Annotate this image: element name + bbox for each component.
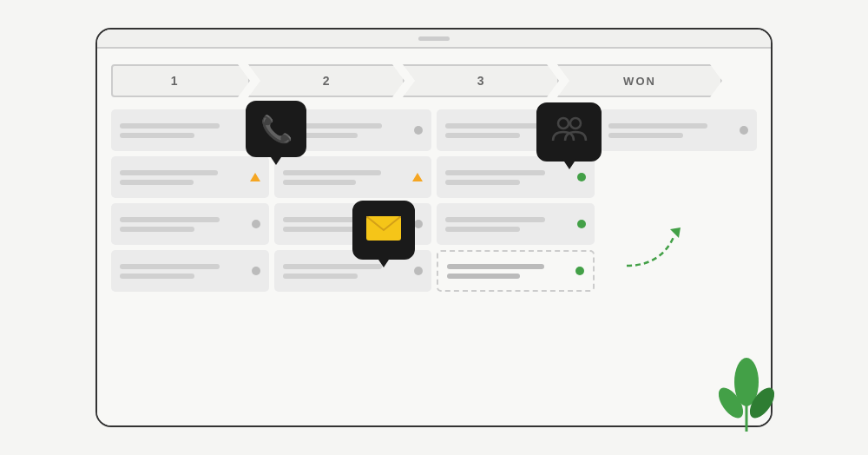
card-line bbox=[445, 170, 545, 175]
pipeline-stages: 1 2 3 WON bbox=[111, 64, 757, 97]
card-line bbox=[120, 274, 194, 279]
laptop-body: 1 2 3 WON bbox=[95, 28, 773, 427]
card-line bbox=[445, 123, 545, 129]
phone-icon: 📞 bbox=[260, 114, 293, 144]
stage-won-label: WON bbox=[623, 75, 656, 88]
people-icon bbox=[551, 115, 588, 150]
kanban-card[interactable] bbox=[111, 250, 269, 292]
status-dot-gray bbox=[740, 126, 748, 135]
stage-2-label: 2 bbox=[323, 74, 330, 88]
card-line bbox=[445, 217, 545, 222]
laptop-screen: 1 2 3 WON bbox=[97, 49, 771, 425]
status-dot-green bbox=[577, 220, 586, 228]
deal-progress-arrow bbox=[618, 222, 687, 274]
status-dot-gray bbox=[414, 220, 423, 228]
card-line bbox=[283, 170, 381, 175]
laptop-base bbox=[95, 425, 773, 427]
phone-activity-bubble: 📞 bbox=[246, 101, 306, 157]
status-dot-green bbox=[577, 173, 586, 181]
card-line bbox=[445, 133, 520, 138]
stage-1[interactable]: 1 bbox=[111, 64, 250, 97]
card-line bbox=[120, 227, 194, 232]
empty-space bbox=[600, 156, 758, 198]
people-activity-bubble bbox=[536, 102, 602, 162]
stage-3-label: 3 bbox=[477, 74, 484, 88]
card-line bbox=[283, 227, 358, 232]
card-content bbox=[608, 123, 733, 138]
kanban-card[interactable] bbox=[111, 156, 269, 198]
card-content bbox=[120, 123, 245, 138]
kanban-card[interactable] bbox=[437, 203, 595, 245]
card-line bbox=[120, 264, 220, 269]
svg-point-1 bbox=[558, 118, 569, 129]
email-activity-bubble bbox=[352, 201, 415, 260]
card-line bbox=[608, 123, 708, 129]
kanban-card-dashed[interactable] bbox=[437, 250, 595, 292]
svg-point-2 bbox=[570, 118, 581, 129]
stage-won[interactable]: WON bbox=[557, 64, 722, 97]
stage-1-label: 1 bbox=[171, 74, 178, 88]
stage-2[interactable]: 2 bbox=[248, 64, 404, 97]
card-line bbox=[445, 227, 520, 232]
status-dot-gray bbox=[252, 220, 260, 228]
card-content bbox=[445, 217, 570, 232]
kanban-card[interactable] bbox=[111, 203, 269, 245]
card-content bbox=[120, 170, 243, 185]
status-dot-green bbox=[575, 267, 584, 275]
card-line bbox=[120, 123, 220, 129]
status-dot-gray bbox=[252, 267, 260, 275]
laptop-top-bar bbox=[97, 30, 771, 49]
kanban-card[interactable] bbox=[600, 109, 758, 151]
card-line bbox=[283, 264, 383, 269]
card-content bbox=[120, 217, 245, 232]
kanban-card[interactable] bbox=[274, 156, 432, 198]
svg-marker-3 bbox=[670, 228, 681, 238]
laptop-wrapper: 1 2 3 WON bbox=[78, 15, 790, 440]
triangle-indicator-yellow bbox=[250, 173, 260, 181]
triangle-indicator-yellow bbox=[412, 173, 423, 181]
card-content bbox=[120, 264, 245, 279]
status-dot-gray bbox=[414, 126, 423, 135]
laptop-notch bbox=[418, 36, 450, 41]
kanban-board: 📞 bbox=[111, 109, 757, 292]
card-line bbox=[283, 274, 358, 279]
email-icon bbox=[366, 216, 401, 244]
leaf-decoration bbox=[712, 358, 781, 432]
card-line bbox=[445, 180, 520, 185]
card-line bbox=[447, 264, 544, 269]
card-content bbox=[445, 170, 570, 185]
card-content bbox=[447, 264, 569, 279]
card-content bbox=[283, 170, 406, 185]
card-line bbox=[120, 170, 218, 175]
stage-3[interactable]: 3 bbox=[403, 64, 559, 97]
card-line bbox=[447, 274, 520, 279]
card-line bbox=[283, 180, 357, 185]
card-line bbox=[608, 133, 683, 138]
status-dot-gray bbox=[414, 267, 423, 275]
card-line bbox=[120, 180, 194, 185]
card-line bbox=[120, 133, 194, 138]
card-line bbox=[120, 217, 220, 222]
